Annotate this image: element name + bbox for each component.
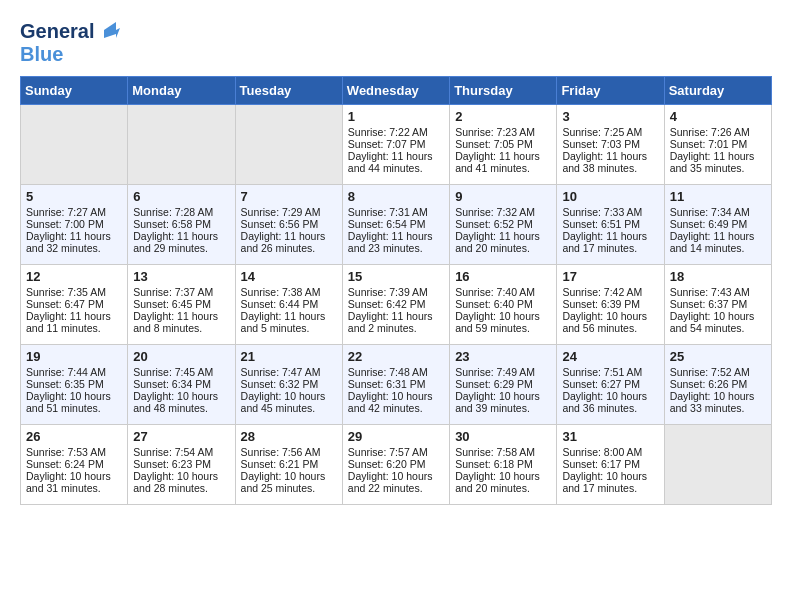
day-number: 6 [133, 189, 229, 204]
day-info: Sunrise: 7:40 AMSunset: 6:40 PMDaylight:… [455, 286, 540, 334]
week-row-3: 19Sunrise: 7:44 AMSunset: 6:35 PMDayligh… [21, 345, 772, 425]
day-cell: 26Sunrise: 7:53 AMSunset: 6:24 PMDayligh… [21, 425, 128, 505]
day-info: Sunrise: 7:56 AMSunset: 6:21 PMDaylight:… [241, 446, 326, 494]
day-info: Sunrise: 7:54 AMSunset: 6:23 PMDaylight:… [133, 446, 218, 494]
day-number: 14 [241, 269, 337, 284]
day-cell: 31Sunrise: 8:00 AMSunset: 6:17 PMDayligh… [557, 425, 664, 505]
header-cell-monday: Monday [128, 77, 235, 105]
day-cell: 22Sunrise: 7:48 AMSunset: 6:31 PMDayligh… [342, 345, 449, 425]
day-number: 25 [670, 349, 766, 364]
day-number: 4 [670, 109, 766, 124]
day-cell: 29Sunrise: 7:57 AMSunset: 6:20 PMDayligh… [342, 425, 449, 505]
day-info: Sunrise: 7:27 AMSunset: 7:00 PMDaylight:… [26, 206, 111, 254]
header-cell-thursday: Thursday [450, 77, 557, 105]
day-info: Sunrise: 7:42 AMSunset: 6:39 PMDaylight:… [562, 286, 647, 334]
day-info: Sunrise: 7:34 AMSunset: 6:49 PMDaylight:… [670, 206, 755, 254]
day-info: Sunrise: 7:57 AMSunset: 6:20 PMDaylight:… [348, 446, 433, 494]
week-row-4: 26Sunrise: 7:53 AMSunset: 6:24 PMDayligh… [21, 425, 772, 505]
day-number: 7 [241, 189, 337, 204]
day-cell: 27Sunrise: 7:54 AMSunset: 6:23 PMDayligh… [128, 425, 235, 505]
day-info: Sunrise: 7:47 AMSunset: 6:32 PMDaylight:… [241, 366, 326, 414]
day-number: 10 [562, 189, 658, 204]
header-cell-sunday: Sunday [21, 77, 128, 105]
day-info: Sunrise: 7:58 AMSunset: 6:18 PMDaylight:… [455, 446, 540, 494]
day-cell: 19Sunrise: 7:44 AMSunset: 6:35 PMDayligh… [21, 345, 128, 425]
week-row-2: 12Sunrise: 7:35 AMSunset: 6:47 PMDayligh… [21, 265, 772, 345]
day-info: Sunrise: 7:32 AMSunset: 6:52 PMDaylight:… [455, 206, 540, 254]
header-cell-tuesday: Tuesday [235, 77, 342, 105]
day-number: 30 [455, 429, 551, 444]
day-number: 22 [348, 349, 444, 364]
day-info: Sunrise: 7:51 AMSunset: 6:27 PMDaylight:… [562, 366, 647, 414]
week-row-0: 1Sunrise: 7:22 AMSunset: 7:07 PMDaylight… [21, 105, 772, 185]
day-info: Sunrise: 7:48 AMSunset: 6:31 PMDaylight:… [348, 366, 433, 414]
day-cell: 23Sunrise: 7:49 AMSunset: 6:29 PMDayligh… [450, 345, 557, 425]
day-cell: 28Sunrise: 7:56 AMSunset: 6:21 PMDayligh… [235, 425, 342, 505]
day-number: 3 [562, 109, 658, 124]
day-number: 29 [348, 429, 444, 444]
day-cell: 16Sunrise: 7:40 AMSunset: 6:40 PMDayligh… [450, 265, 557, 345]
day-cell: 3Sunrise: 7:25 AMSunset: 7:03 PMDaylight… [557, 105, 664, 185]
logo-text: General Blue [20, 20, 120, 66]
day-info: Sunrise: 7:37 AMSunset: 6:45 PMDaylight:… [133, 286, 218, 334]
page-header: General Blue [20, 20, 772, 66]
day-cell: 21Sunrise: 7:47 AMSunset: 6:32 PMDayligh… [235, 345, 342, 425]
day-info: Sunrise: 7:23 AMSunset: 7:05 PMDaylight:… [455, 126, 540, 174]
day-info: Sunrise: 8:00 AMSunset: 6:17 PMDaylight:… [562, 446, 647, 494]
day-number: 2 [455, 109, 551, 124]
day-info: Sunrise: 7:35 AMSunset: 6:47 PMDaylight:… [26, 286, 111, 334]
day-number: 20 [133, 349, 229, 364]
day-number: 21 [241, 349, 337, 364]
day-cell [21, 105, 128, 185]
day-cell: 8Sunrise: 7:31 AMSunset: 6:54 PMDaylight… [342, 185, 449, 265]
day-cell: 12Sunrise: 7:35 AMSunset: 6:47 PMDayligh… [21, 265, 128, 345]
day-number: 16 [455, 269, 551, 284]
week-row-1: 5Sunrise: 7:27 AMSunset: 7:00 PMDaylight… [21, 185, 772, 265]
day-info: Sunrise: 7:29 AMSunset: 6:56 PMDaylight:… [241, 206, 326, 254]
day-info: Sunrise: 7:22 AMSunset: 7:07 PMDaylight:… [348, 126, 433, 174]
day-cell: 10Sunrise: 7:33 AMSunset: 6:51 PMDayligh… [557, 185, 664, 265]
day-number: 5 [26, 189, 122, 204]
day-info: Sunrise: 7:25 AMSunset: 7:03 PMDaylight:… [562, 126, 647, 174]
day-number: 1 [348, 109, 444, 124]
day-info: Sunrise: 7:49 AMSunset: 6:29 PMDaylight:… [455, 366, 540, 414]
day-info: Sunrise: 7:43 AMSunset: 6:37 PMDaylight:… [670, 286, 755, 334]
day-cell: 13Sunrise: 7:37 AMSunset: 6:45 PMDayligh… [128, 265, 235, 345]
day-cell: 18Sunrise: 7:43 AMSunset: 6:37 PMDayligh… [664, 265, 771, 345]
logo: General Blue [20, 20, 120, 66]
header-cell-wednesday: Wednesday [342, 77, 449, 105]
day-number: 18 [670, 269, 766, 284]
day-cell: 11Sunrise: 7:34 AMSunset: 6:49 PMDayligh… [664, 185, 771, 265]
day-number: 23 [455, 349, 551, 364]
day-number: 15 [348, 269, 444, 284]
day-number: 11 [670, 189, 766, 204]
day-number: 8 [348, 189, 444, 204]
day-number: 26 [26, 429, 122, 444]
day-info: Sunrise: 7:33 AMSunset: 6:51 PMDaylight:… [562, 206, 647, 254]
day-number: 27 [133, 429, 229, 444]
day-number: 31 [562, 429, 658, 444]
calendar-table: SundayMondayTuesdayWednesdayThursdayFrid… [20, 76, 772, 505]
logo-blue: Blue [20, 43, 63, 66]
day-info: Sunrise: 7:31 AMSunset: 6:54 PMDaylight:… [348, 206, 433, 254]
svg-marker-0 [104, 22, 120, 38]
header-cell-saturday: Saturday [664, 77, 771, 105]
logo-general: General [20, 20, 94, 43]
day-info: Sunrise: 7:53 AMSunset: 6:24 PMDaylight:… [26, 446, 111, 494]
day-number: 9 [455, 189, 551, 204]
day-info: Sunrise: 7:52 AMSunset: 6:26 PMDaylight:… [670, 366, 755, 414]
day-info: Sunrise: 7:45 AMSunset: 6:34 PMDaylight:… [133, 366, 218, 414]
day-number: 13 [133, 269, 229, 284]
header-row: SundayMondayTuesdayWednesdayThursdayFrid… [21, 77, 772, 105]
day-cell: 24Sunrise: 7:51 AMSunset: 6:27 PMDayligh… [557, 345, 664, 425]
header-cell-friday: Friday [557, 77, 664, 105]
day-number: 24 [562, 349, 658, 364]
day-cell [235, 105, 342, 185]
day-info: Sunrise: 7:38 AMSunset: 6:44 PMDaylight:… [241, 286, 326, 334]
day-info: Sunrise: 7:26 AMSunset: 7:01 PMDaylight:… [670, 126, 755, 174]
day-info: Sunrise: 7:44 AMSunset: 6:35 PMDaylight:… [26, 366, 111, 414]
day-cell: 25Sunrise: 7:52 AMSunset: 6:26 PMDayligh… [664, 345, 771, 425]
day-info: Sunrise: 7:39 AMSunset: 6:42 PMDaylight:… [348, 286, 433, 334]
day-cell: 5Sunrise: 7:27 AMSunset: 7:00 PMDaylight… [21, 185, 128, 265]
day-cell: 17Sunrise: 7:42 AMSunset: 6:39 PMDayligh… [557, 265, 664, 345]
